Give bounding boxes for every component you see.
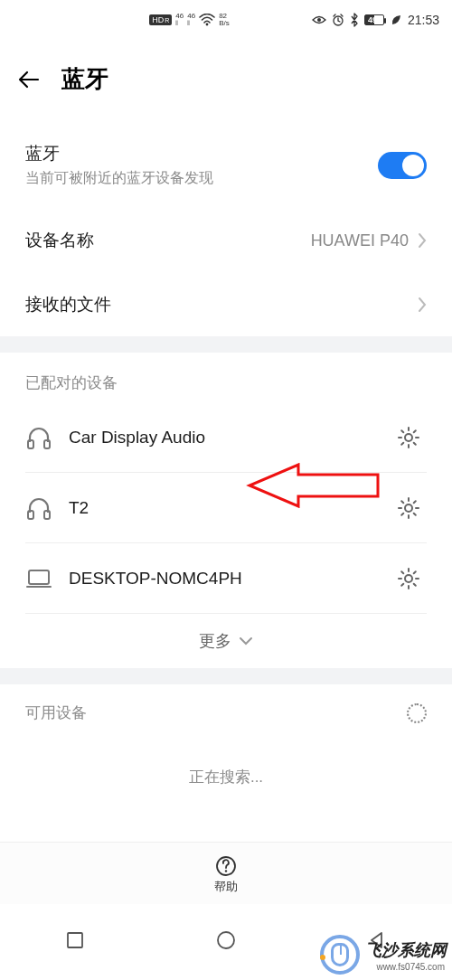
battery-icon: 49: [364, 14, 384, 25]
svg-point-12: [225, 870, 227, 872]
svg-point-10: [405, 575, 412, 582]
svg-rect-9: [29, 570, 49, 584]
hd-sub: R: [165, 17, 169, 24]
more-button[interactable]: 更多: [25, 614, 427, 668]
svg-point-5: [405, 434, 412, 441]
hd-text: HD: [152, 15, 164, 24]
page-title: 蓝牙: [61, 63, 108, 95]
device-name-value: HUAWEI P40: [311, 231, 409, 250]
status-bar: HDR 46 ⫴ 46 ⫴ 82 B/s: [0, 0, 452, 40]
signal-1: 46 ⫴: [175, 13, 184, 27]
searching-text: 正在搜索...: [0, 741, 452, 842]
watermark-url: www.fs0745.com: [376, 962, 445, 972]
net-speed: 82 B/s: [219, 13, 230, 27]
device-name-label: 设备名称: [25, 229, 94, 252]
device-name-text: Car Display Audio: [61, 428, 391, 448]
status-left: HDR 46 ⫴ 46 ⫴ 82 B/s: [13, 13, 312, 27]
speed-unit: B/s: [219, 20, 230, 27]
back-button[interactable]: [16, 67, 42, 92]
paired-device-list: Car Display Audio T2 DESKTOP-NOMC4PH: [0, 402, 452, 668]
clock-text: 21:53: [408, 13, 439, 27]
bluetooth-subtitle: 当前可被附近的蓝牙设备发现: [25, 169, 213, 188]
sig1-bars: ⫴: [175, 20, 179, 27]
svg-point-1: [317, 18, 321, 22]
annotation-arrow: [244, 463, 380, 508]
help-button[interactable]: 帮助: [0, 842, 452, 904]
svg-point-8: [405, 504, 412, 512]
headphones-icon: [25, 424, 61, 451]
chevron-down-icon: [239, 636, 253, 645]
paired-device-row[interactable]: DESKTOP-NOMC4PH: [25, 543, 427, 614]
help-icon: [215, 855, 237, 877]
paired-section-label: 已配对的设备: [0, 353, 452, 402]
watermark-logo-icon: [320, 935, 360, 975]
svg-point-14: [218, 932, 234, 948]
help-label: 帮助: [214, 879, 238, 895]
loading-spinner-icon: [407, 703, 427, 723]
hd-icon: HDR: [149, 14, 172, 25]
device-name-row[interactable]: 设备名称 HUAWEI P40: [25, 209, 427, 273]
bluetooth-title: 蓝牙: [25, 142, 213, 165]
bluetooth-toggle-row[interactable]: 蓝牙 当前可被附近的蓝牙设备发现: [25, 122, 427, 209]
received-files-label: 接收的文件: [25, 293, 111, 316]
signal-2: 46 ⫴: [187, 13, 195, 27]
svg-point-0: [206, 24, 209, 26]
status-right: 49 21:53: [312, 13, 439, 27]
watermark-brand: 飞沙系统网: [365, 941, 447, 959]
more-label: 更多: [199, 630, 231, 652]
section-divider: [0, 668, 452, 684]
nav-recent-button[interactable]: [65, 930, 85, 950]
chevron-right-icon: [418, 232, 427, 249]
bluetooth-icon: [350, 13, 359, 27]
received-files-row[interactable]: 接收的文件: [25, 273, 427, 336]
wifi-icon: [199, 14, 215, 26]
device-settings-button[interactable]: [391, 561, 427, 597]
alarm-icon: [332, 14, 344, 26]
device-settings-button[interactable]: [391, 490, 427, 526]
section-divider: [0, 336, 452, 353]
available-label: 可用设备: [25, 702, 87, 723]
watermark: 飞沙系统网 www.fs0745.com: [320, 935, 447, 975]
chevron-right-icon: [418, 297, 427, 313]
laptop-icon: [25, 565, 61, 592]
header: 蓝牙: [0, 40, 452, 122]
available-devices-header: 可用设备: [0, 684, 452, 741]
device-settings-button[interactable]: [391, 419, 427, 456]
eye-icon: [312, 14, 326, 25]
headphones-icon: [25, 495, 61, 522]
sig2-bars: ⫴: [187, 20, 191, 27]
nav-home-button[interactable]: [216, 930, 236, 950]
battery-number: 49: [368, 15, 377, 24]
device-name-text: DESKTOP-NOMC4PH: [61, 569, 391, 589]
leaf-icon: [390, 14, 402, 26]
svg-rect-13: [68, 933, 82, 947]
bluetooth-toggle[interactable]: [378, 152, 427, 179]
